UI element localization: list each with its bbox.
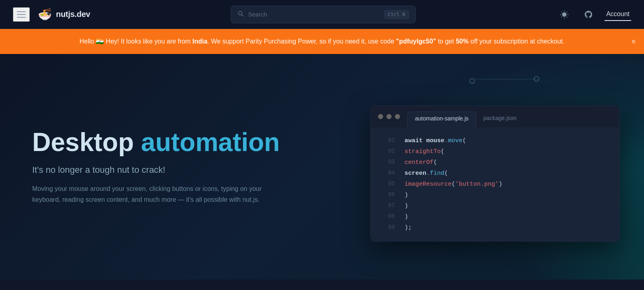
window-titlebar: automation-sample.js package.json	[371, 106, 619, 127]
line-number: 05	[379, 178, 395, 189]
deco-circle-1	[469, 78, 475, 84]
logo-icon: 🍜	[38, 8, 52, 21]
account-button[interactable]: Account	[605, 8, 631, 21]
line-text: straightTo(	[405, 146, 444, 157]
traffic-light-close	[378, 114, 383, 119]
github-button[interactable]	[580, 6, 597, 23]
tab-package-json[interactable]: package.json	[476, 111, 524, 127]
nav-right: Account	[556, 6, 631, 23]
svg-line-1	[242, 14, 244, 16]
line-number: 08	[379, 211, 395, 222]
logo-text: nutjs.dev	[56, 10, 90, 19]
logo[interactable]: 🍜 nutjs.dev	[38, 8, 90, 21]
banner-close-button[interactable]: ×	[631, 37, 636, 46]
search-icon	[237, 10, 244, 18]
code-line: 02 straightTo(	[371, 146, 619, 157]
search-placeholder: Search	[248, 11, 380, 18]
line-number: 02	[379, 146, 395, 157]
line-text: await mouse.move(	[405, 135, 466, 146]
code-line: 09 );	[371, 222, 619, 233]
code-line: 05 imageResource('button.png')	[371, 178, 619, 189]
hero-title: Desktop automation	[32, 128, 280, 156]
traffic-light-minimize	[386, 114, 392, 119]
hero-subtitle: It's no longer a tough nut to crack!	[32, 165, 280, 175]
theme-toggle-button[interactable]	[556, 6, 572, 23]
hero-section: Desktop automation It's no longer a toug…	[0, 54, 644, 280]
svg-point-0	[239, 11, 242, 15]
hero-content: Desktop automation It's no longer a toug…	[32, 128, 280, 205]
tab-automation-sample[interactable]: automation-sample.js	[407, 111, 476, 127]
code-line: 03 centerOf(	[371, 157, 619, 168]
code-line: 06 )	[371, 189, 619, 200]
code-line: 08 )	[371, 211, 619, 222]
line-number: 01	[379, 135, 395, 146]
line-number: 09	[379, 222, 395, 233]
banner-text: Hello 🇮🇳 Hey! It looks like you are from…	[80, 38, 565, 45]
nav-center: Search Ctrl K	[90, 6, 556, 23]
line-text: centerOf(	[405, 157, 437, 168]
search-bar[interactable]: Search Ctrl K	[231, 6, 416, 23]
hero-description: Moving your mouse around your screen, cl…	[32, 183, 274, 205]
traffic-lights	[378, 114, 400, 119]
code-window: automation-sample.js package.json 01awai…	[370, 105, 620, 241]
line-text: )	[405, 189, 408, 200]
window-tabs: automation-sample.js package.json	[407, 111, 524, 127]
traffic-light-maximize	[395, 114, 400, 119]
nav-left: 🍜 nutjs.dev	[13, 7, 90, 22]
line-text: )	[405, 200, 408, 211]
navbar: 🍜 nutjs.dev Search Ctrl K	[0, 0, 644, 29]
promo-banner: Hello 🇮🇳 Hey! It looks like you are from…	[0, 29, 644, 54]
line-text: )	[405, 211, 408, 222]
svg-point-2	[563, 12, 566, 16]
line-text: screen.find(	[405, 168, 448, 178]
line-text: imageResource('button.png')	[405, 178, 502, 189]
search-shortcut: Ctrl K	[384, 10, 409, 19]
menu-button[interactable]	[13, 7, 30, 22]
code-line: 04 screen.find(	[371, 168, 619, 178]
code-line: 01await mouse.move(	[371, 135, 619, 146]
deco-line	[475, 79, 537, 79]
line-text: );	[405, 222, 412, 233]
line-number: 04	[379, 168, 395, 178]
code-body: 01await mouse.move(02 straightTo(03 cent…	[371, 127, 619, 241]
line-number: 03	[379, 157, 395, 168]
line-number: 07	[379, 200, 395, 211]
line-number: 06	[379, 189, 395, 200]
code-line: 07 )	[371, 200, 619, 211]
